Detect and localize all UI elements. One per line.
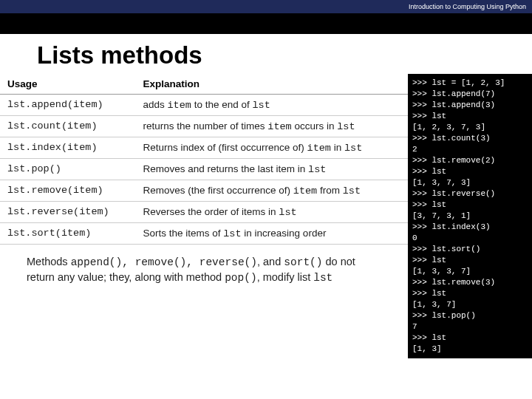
- book-title-bar: Introduction to Computing Using Python: [0, 0, 532, 13]
- methods-table: Usage Explanation lst.append(item)adds i…: [0, 74, 408, 245]
- repl-session: >>> lst = [1, 2, 3] >>> lst.append(7) >>…: [408, 74, 532, 358]
- usage-cell: lst.sort(item): [0, 223, 135, 245]
- usage-cell: lst.reverse(item): [0, 202, 135, 223]
- left-column: Usage Explanation lst.append(item)adds i…: [0, 74, 408, 358]
- usage-cell: lst.remove(item): [0, 180, 135, 202]
- explanation-cell: Sorts the items of lst in increasing ord…: [135, 223, 408, 245]
- explanation-cell: Reverses the order of items in lst: [135, 202, 408, 223]
- explanation-cell: Removes (the first occurrence of) item f…: [135, 180, 408, 202]
- usage-cell: lst.count(item): [0, 116, 135, 137]
- explanation-cell: adds item to the end of lst: [135, 95, 408, 116]
- table-row: lst.sort(item)Sorts the items of lst in …: [0, 223, 408, 245]
- col-explanation: Explanation: [135, 74, 408, 95]
- explanation-cell: Returns index of (first occurrence of) i…: [135, 137, 408, 159]
- black-band: [0, 13, 532, 34]
- table-row: lst.index(item)Returns index of (first o…: [0, 137, 408, 159]
- page-title: Lists methods: [0, 34, 532, 74]
- table-row: lst.reverse(item)Reverses the order of i…: [0, 202, 408, 223]
- book-title: Introduction to Computing Using Python: [409, 3, 526, 10]
- table-row: lst.append(item)adds item to the end of …: [0, 95, 408, 116]
- explanation-cell: Removes and returns the last item in lst: [135, 159, 408, 180]
- usage-cell: lst.append(item): [0, 95, 135, 116]
- footnote: Methods append(), remove(), reverse(), a…: [0, 245, 408, 285]
- main-content: Usage Explanation lst.append(item)adds i…: [0, 74, 532, 358]
- table-row: lst.remove(item)Removes (the first occur…: [0, 180, 408, 202]
- table-row: lst.count(item)returns the number of tim…: [0, 116, 408, 137]
- usage-cell: lst.index(item): [0, 137, 135, 159]
- table-row: lst.pop()Removes and returns the last it…: [0, 159, 408, 180]
- explanation-cell: returns the number of times item occurs …: [135, 116, 408, 137]
- col-usage: Usage: [0, 74, 135, 95]
- table-header-row: Usage Explanation: [0, 74, 408, 95]
- usage-cell: lst.pop(): [0, 159, 135, 180]
